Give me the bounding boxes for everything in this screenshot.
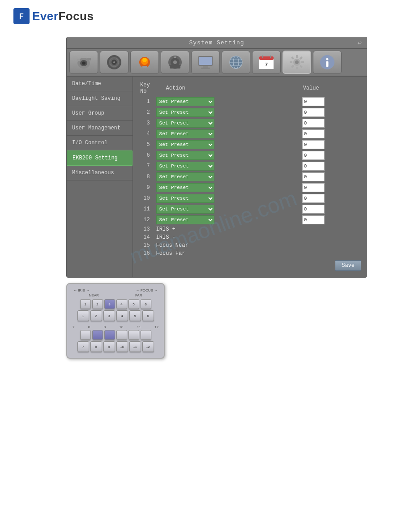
kb-btn-6[interactable]: 6 bbox=[141, 299, 151, 309]
kb-key-4[interactable]: 4 bbox=[116, 310, 128, 321]
save-button-row: Save bbox=[137, 257, 363, 274]
table-row: 10Set Preset bbox=[137, 193, 363, 204]
kb-btn-7[interactable] bbox=[80, 330, 91, 340]
kb-btn-2[interactable]: 2 bbox=[92, 299, 103, 309]
key-number: 6 bbox=[137, 150, 154, 161]
kb-btn-8[interactable] bbox=[92, 330, 103, 340]
kb-key-1[interactable]: 1 bbox=[77, 310, 89, 321]
key-number: 2 bbox=[137, 107, 154, 118]
kb-key-11[interactable]: 11 bbox=[129, 341, 141, 352]
value-cell bbox=[300, 107, 363, 118]
action-select[interactable]: Set Preset bbox=[156, 119, 214, 128]
kb-bottom-labels: 789101112 bbox=[71, 325, 160, 329]
col-value: Value bbox=[300, 80, 363, 96]
action-select[interactable]: Set Preset bbox=[156, 129, 214, 138]
key-number: 15 bbox=[137, 241, 154, 249]
kb-btn-3[interactable]: 3 bbox=[104, 299, 115, 309]
main-panel: System Setting ↩ bbox=[66, 37, 367, 278]
logo-area: F EverFocus bbox=[0, 0, 411, 32]
kb-key-7[interactable]: 7 bbox=[77, 341, 89, 352]
sidebar-item-ekb200[interactable]: EKB200 Setting bbox=[67, 150, 133, 166]
title-bar: System Setting ↩ bbox=[67, 37, 367, 49]
action-select[interactable]: Set Preset bbox=[156, 162, 214, 171]
keyboard-image: ← IRIS → ← FOCUS → NEARFAR 1 2 3 4 5 6 1… bbox=[66, 283, 165, 359]
svg-point-38 bbox=[295, 60, 299, 64]
display-toolbar-icon[interactable] bbox=[191, 51, 220, 74]
sidebar-item-datetime[interactable]: Date/Time bbox=[67, 77, 133, 91]
kb-key-5[interactable]: 5 bbox=[129, 310, 141, 321]
value-cell bbox=[300, 150, 363, 161]
value-input[interactable] bbox=[302, 108, 325, 117]
svg-point-10 bbox=[113, 61, 115, 63]
kb-btn-4[interactable]: 4 bbox=[116, 299, 127, 309]
kb-btn-1[interactable]: 1 bbox=[80, 299, 91, 309]
disc-toolbar-icon[interactable] bbox=[100, 51, 128, 74]
value-input[interactable] bbox=[302, 97, 325, 106]
clock-toolbar-icon[interactable]: 7 bbox=[252, 51, 281, 74]
action-select[interactable]: Set Preset bbox=[156, 108, 214, 117]
info-toolbar-icon[interactable] bbox=[313, 51, 342, 74]
sidebar-item-usergroup[interactable]: User Group bbox=[67, 106, 133, 121]
sidebar-item-misc[interactable]: Miscellaneous bbox=[67, 166, 133, 180]
table-row: 16Focus Far bbox=[137, 249, 363, 257]
value-input[interactable] bbox=[302, 119, 325, 128]
table-row: 6Set Preset bbox=[137, 150, 363, 161]
value-input[interactable] bbox=[302, 205, 325, 214]
sidebar-item-iocontrol[interactable]: I/O Control bbox=[67, 136, 133, 150]
svg-rect-20 bbox=[170, 65, 180, 69]
kb-key-6[interactable]: 6 bbox=[142, 310, 154, 321]
back-button[interactable]: ↩ bbox=[357, 39, 362, 47]
kb-key-12[interactable]: 12 bbox=[142, 341, 154, 352]
kb-row-bottom-top: 1 2 3 4 5 6 bbox=[71, 310, 160, 321]
value-input[interactable] bbox=[302, 162, 325, 171]
kb-btn-5[interactable]: 5 bbox=[128, 299, 139, 309]
hdd-toolbar-icon[interactable] bbox=[161, 51, 189, 74]
action-cell: Set Preset bbox=[154, 193, 300, 204]
key-number: 14 bbox=[137, 233, 154, 241]
action-select[interactable]: Set Preset bbox=[156, 97, 214, 106]
key-number: 9 bbox=[137, 182, 154, 193]
value-input[interactable] bbox=[302, 183, 325, 192]
kb-key-9[interactable]: 9 bbox=[103, 341, 115, 352]
kb-btn-9[interactable] bbox=[104, 330, 115, 340]
value-cell bbox=[300, 161, 363, 172]
kb-btn-11[interactable] bbox=[128, 330, 139, 340]
empty-value bbox=[300, 233, 363, 241]
table-row: 5Set Preset bbox=[137, 139, 363, 150]
action-select[interactable]: Set Preset bbox=[156, 151, 214, 160]
svg-line-44 bbox=[300, 65, 302, 67]
value-input[interactable] bbox=[302, 151, 325, 160]
action-select[interactable]: Set Preset bbox=[156, 140, 214, 149]
kb-btn-12[interactable] bbox=[141, 330, 151, 340]
action-cell: Set Preset bbox=[154, 139, 300, 150]
table-row: 15Focus Near bbox=[137, 241, 363, 249]
camera-toolbar-icon[interactable] bbox=[69, 51, 98, 74]
action-cell: Set Preset bbox=[154, 215, 300, 225]
value-input[interactable] bbox=[302, 194, 325, 203]
save-button[interactable]: Save bbox=[335, 260, 361, 271]
value-input[interactable] bbox=[302, 129, 325, 138]
action-cell: Set Preset bbox=[154, 129, 300, 139]
table-row: 12Set Preset bbox=[137, 215, 363, 225]
sidebar-item-usermgmt[interactable]: User Management bbox=[67, 121, 133, 136]
value-input[interactable] bbox=[302, 172, 325, 181]
value-input[interactable] bbox=[302, 215, 325, 224]
alarm-toolbar-icon[interactable] bbox=[130, 51, 159, 74]
kb-btn-10[interactable] bbox=[116, 330, 127, 340]
action-select[interactable]: Set Preset bbox=[156, 194, 214, 203]
kb-key-3[interactable]: 3 bbox=[103, 310, 115, 321]
gear-toolbar-icon[interactable] bbox=[283, 51, 311, 74]
action-select[interactable]: Set Preset bbox=[156, 205, 214, 214]
kb-key-2[interactable]: 2 bbox=[90, 310, 102, 321]
network-toolbar-icon[interactable] bbox=[222, 51, 250, 74]
action-select[interactable]: Set Preset bbox=[156, 183, 214, 192]
sidebar-item-daylight[interactable]: Daylight Saving bbox=[67, 91, 133, 106]
action-select[interactable]: Set Preset bbox=[156, 215, 214, 224]
action-select[interactable]: Set Preset bbox=[156, 172, 214, 181]
kb-key-8[interactable]: 8 bbox=[90, 341, 102, 352]
kb-key-10[interactable]: 10 bbox=[116, 341, 128, 352]
empty-value bbox=[300, 241, 363, 249]
logo-icon: F bbox=[13, 8, 30, 24]
value-input[interactable] bbox=[302, 140, 325, 149]
col-keyno: Key No bbox=[137, 80, 154, 96]
